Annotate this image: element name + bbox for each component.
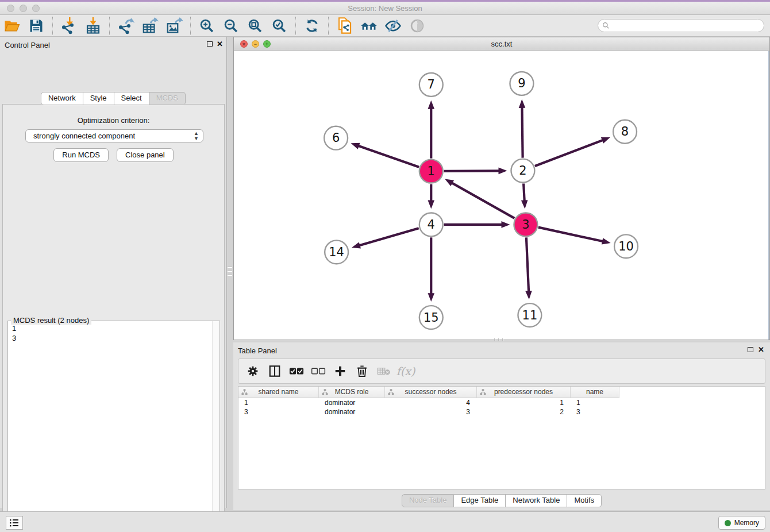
graph-node-3[interactable]: 3 xyxy=(514,213,537,236)
search-input[interactable] xyxy=(612,22,756,30)
criterion-select[interactable]: strongly connected component ▲▼ xyxy=(25,129,203,142)
export-network-icon[interactable] xyxy=(116,16,136,36)
network-window-titlebar[interactable]: × − + scc.txt xyxy=(234,37,769,51)
graph-node-14[interactable]: 14 xyxy=(325,240,348,264)
table-cell[interactable]: 1 xyxy=(477,398,571,407)
graph-node-1[interactable]: 1 xyxy=(419,160,443,183)
table-tab-motifs[interactable]: Motifs xyxy=(567,494,602,507)
float-table-panel-icon[interactable] xyxy=(748,347,753,352)
graph-edge-4-14[interactable] xyxy=(359,228,418,245)
column-header-name[interactable]: name xyxy=(571,387,619,398)
mcds-result-item[interactable]: 1 xyxy=(12,323,211,333)
graph-edge-3-10[interactable] xyxy=(538,228,603,242)
delete-column-icon[interactable] xyxy=(353,363,371,380)
graph-edge-2-9[interactable] xyxy=(522,107,522,158)
table-toolbar: f(x) xyxy=(238,358,765,384)
graph-node-2[interactable]: 2 xyxy=(511,159,534,183)
graph-node-10[interactable]: 10 xyxy=(614,234,638,258)
refresh-icon[interactable] xyxy=(302,16,322,36)
mcds-result-list[interactable]: 13 xyxy=(9,322,211,532)
graph-node-6[interactable]: 6 xyxy=(324,126,348,150)
open-session-icon[interactable] xyxy=(2,16,22,36)
panel-splitter-handle[interactable] xyxy=(228,267,232,276)
settings-gear-icon[interactable] xyxy=(244,363,261,380)
column-label: predecessor nodes xyxy=(494,388,553,396)
graph-edge-3-11[interactable] xyxy=(526,237,529,292)
zoom-fit-icon[interactable] xyxy=(245,16,265,36)
home-icon[interactable] xyxy=(359,16,379,36)
control-panel-title: Control Panel xyxy=(5,41,50,49)
deselect-all-columns-icon[interactable] xyxy=(310,363,327,380)
table-cell[interactable]: 2 xyxy=(477,407,571,417)
tab-network[interactable]: Network xyxy=(41,92,83,105)
table-cell[interactable]: 1 xyxy=(238,398,319,407)
table-tab-network-table[interactable]: Network Table xyxy=(506,494,567,507)
graph-edge-arrow xyxy=(428,101,434,109)
table-cell[interactable]: 4 xyxy=(385,398,477,407)
graph-node-11[interactable]: 11 xyxy=(518,303,541,327)
graph-edge-2-8[interactable] xyxy=(535,140,603,166)
table-cell[interactable]: dominator xyxy=(319,398,385,407)
column-header-predecessor-nodes[interactable]: predecessor nodes xyxy=(477,387,571,398)
graph-node-7[interactable]: 7 xyxy=(419,73,443,97)
task-history-icon[interactable] xyxy=(6,516,23,530)
graph-edge-3-1[interactable] xyxy=(451,183,514,218)
graph-edge-arrow xyxy=(525,291,532,299)
graph-edge-1-6[interactable] xyxy=(358,146,419,167)
graphics-details-icon[interactable] xyxy=(407,16,427,36)
save-session-icon[interactable] xyxy=(26,16,46,36)
zoom-out-icon[interactable] xyxy=(221,16,241,36)
export-image-icon[interactable] xyxy=(164,16,184,36)
column-header-successor-nodes[interactable]: successor nodes xyxy=(385,387,477,398)
table-row[interactable]: 1dominator411 xyxy=(238,398,765,407)
tab-mcds[interactable]: MCDS xyxy=(149,92,186,105)
table-panel: Table Panel ✕ f(x) shared nameMCDS roles xyxy=(233,342,770,510)
graph-node-9[interactable]: 9 xyxy=(510,72,533,95)
close-table-panel-icon[interactable]: ✕ xyxy=(758,345,764,354)
node-table-header: shared nameMCDS rolesuccessor nodesprede… xyxy=(238,387,765,398)
table-cell[interactable]: 1 xyxy=(571,398,619,407)
network-window-title: scc.txt xyxy=(234,40,769,48)
close-panel-icon[interactable]: ✕ xyxy=(217,40,223,48)
network-canvas[interactable]: 7968124314101511 xyxy=(234,51,769,340)
control-panel-header: Control Panel ✕ xyxy=(0,37,226,52)
table-cell[interactable]: 3 xyxy=(238,407,319,417)
graph-node-8[interactable]: 8 xyxy=(613,120,637,144)
graph-edge-1-2[interactable] xyxy=(444,171,500,171)
table-cell[interactable]: dominator xyxy=(319,407,385,417)
import-network-icon[interactable] xyxy=(59,16,79,36)
close-panel-button[interactable]: Close panel xyxy=(117,148,174,162)
table-cell[interactable]: 3 xyxy=(385,407,477,417)
tab-style[interactable]: Style xyxy=(83,92,114,105)
table-row[interactable]: 3dominator323 xyxy=(238,407,765,417)
svg-text:3: 3 xyxy=(522,218,529,232)
table-panel-title: Table Panel xyxy=(238,346,277,355)
column-header-shared-name[interactable]: shared name xyxy=(238,387,319,398)
graph-edge-2-3[interactable] xyxy=(523,184,525,202)
clone-network-icon[interactable] xyxy=(335,16,355,36)
app-titlebar: Session: New Session xyxy=(0,2,770,15)
mcds-result-scrollbar[interactable] xyxy=(212,321,220,532)
import-table-icon[interactable] xyxy=(83,16,103,36)
export-table-icon[interactable] xyxy=(140,16,160,36)
search-field[interactable] xyxy=(598,19,764,32)
tab-select[interactable]: Select xyxy=(114,92,149,105)
run-mcds-button[interactable]: Run MCDS xyxy=(53,148,109,162)
mcds-result-item[interactable]: 3 xyxy=(12,333,211,343)
table-splitter-handle[interactable] xyxy=(494,338,503,341)
graph-node-4[interactable]: 4 xyxy=(419,213,443,236)
table-cell[interactable]: 3 xyxy=(571,407,619,417)
graph-node-15[interactable]: 15 xyxy=(419,306,443,329)
add-column-icon[interactable] xyxy=(332,363,349,380)
zoom-in-icon[interactable] xyxy=(197,16,217,36)
float-panel-icon[interactable] xyxy=(207,41,213,47)
table-tab-node-table[interactable]: Node Table xyxy=(402,494,455,507)
delete-table-icon xyxy=(375,363,392,380)
select-all-columns-icon[interactable] xyxy=(288,363,305,380)
eye-slash-icon[interactable] xyxy=(383,16,403,36)
table-tab-edge-table[interactable]: Edge Table xyxy=(454,494,506,507)
column-header-mcds-role[interactable]: MCDS role xyxy=(319,387,385,398)
split-view-icon[interactable] xyxy=(266,363,283,380)
zoom-selected-icon[interactable] xyxy=(270,16,289,36)
memory-button[interactable]: Memory xyxy=(718,516,765,530)
